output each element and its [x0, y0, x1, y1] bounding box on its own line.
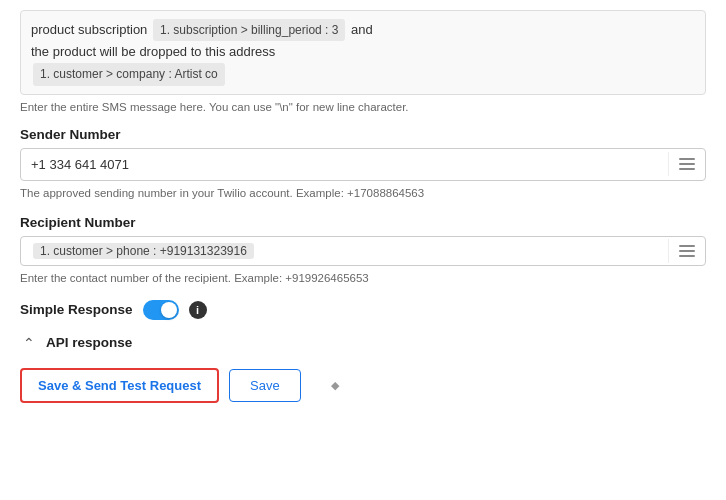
- recipient-number-hint: Enter the contact number of the recipien…: [20, 272, 706, 284]
- sms-chip2: 1. customer > company : Artist co: [33, 63, 225, 85]
- simple-response-label: Simple Response: [20, 302, 133, 317]
- toggle-thumb: [161, 302, 177, 318]
- sender-number-input[interactable]: [21, 149, 668, 180]
- simple-response-row: Simple Response i: [20, 300, 706, 320]
- chevron-up-icon: ⌃: [20, 334, 38, 352]
- simple-response-toggle[interactable]: [143, 300, 179, 320]
- recipient-chip: 1. customer > phone : +919131323916: [33, 243, 254, 259]
- sms-line2-prefix: the product will be dropped to this addr…: [31, 44, 275, 59]
- hamburger-icon: [679, 158, 695, 170]
- sender-number-input-row: [20, 148, 706, 181]
- buttons-row: Save & Send Test Request Save ◆: [20, 368, 706, 403]
- api-response-label: API response: [46, 335, 132, 350]
- api-response-row[interactable]: ⌃ API response: [20, 334, 706, 352]
- recipient-number-menu-button[interactable]: [668, 239, 705, 263]
- recipient-number-section: Recipient Number 1. customer > phone : +…: [20, 215, 706, 284]
- sender-number-label: Sender Number: [20, 127, 706, 142]
- sender-number-menu-button[interactable]: [668, 152, 705, 176]
- save-send-button[interactable]: Save & Send Test Request: [20, 368, 219, 403]
- sms-line1-prefix: product subscription: [31, 22, 147, 37]
- recipient-number-input-row: 1. customer > phone : +919131323916: [20, 236, 706, 266]
- sender-number-section: Sender Number The approved sending numbe…: [20, 127, 706, 199]
- sms-hint: Enter the entire SMS message here. You c…: [20, 101, 706, 113]
- sms-chip1: 1. subscription > billing_period : 3: [153, 19, 345, 41]
- save-button[interactable]: Save: [229, 369, 301, 402]
- info-icon[interactable]: i: [189, 301, 207, 319]
- cursor-area: ◆: [331, 379, 339, 392]
- sms-message-area[interactable]: product subscription 1. subscription > b…: [20, 10, 706, 95]
- hamburger-icon-2: [679, 245, 695, 257]
- sender-number-hint: The approved sending number in your Twil…: [20, 187, 706, 199]
- recipient-number-label: Recipient Number: [20, 215, 706, 230]
- sms-and-text: and: [351, 22, 373, 37]
- toggle-track: [143, 300, 179, 320]
